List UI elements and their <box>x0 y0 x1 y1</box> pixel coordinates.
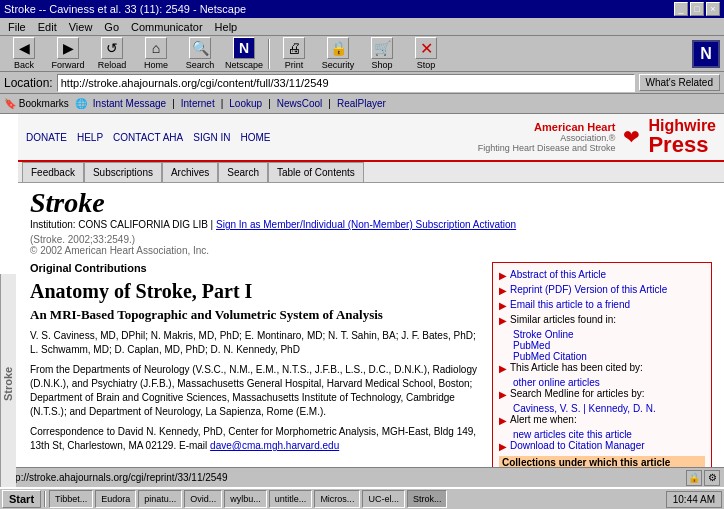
copyright: © 2002 American Heart Association, Inc. <box>30 245 209 256</box>
feedback-btn[interactable]: Feedback <box>22 162 84 182</box>
location-icon: 🌐 <box>75 98 87 109</box>
back-button[interactable]: ◀ Back <box>4 35 44 72</box>
security-button[interactable]: 🔒 Security <box>318 35 358 72</box>
citation-manager-link[interactable]: Download to Citation Manager <box>510 440 645 451</box>
cited-sub: other online articles <box>499 377 705 388</box>
bullet-11: ▶ <box>499 415 507 426</box>
taskbar-item-0[interactable]: Tibbet... <box>49 490 93 508</box>
window-controls[interactable]: _ □ × <box>674 2 720 16</box>
alert-label: Alert me when: <box>510 414 577 425</box>
search-button[interactable]: 🔍 Search <box>180 35 220 72</box>
taskbar-item-3[interactable]: Ovid... <box>184 490 222 508</box>
highwire-press: Highwire Press <box>648 118 716 156</box>
start-button[interactable]: Start <box>2 490 41 508</box>
menu-go[interactable]: Go <box>98 20 125 34</box>
new-articles-link[interactable]: new articles cite this article <box>513 429 632 440</box>
toolbar-divider3: | <box>268 98 271 109</box>
instant-message-link[interactable]: Instant Message <box>93 98 166 109</box>
authors-medline-link[interactable]: Caviness, V. S. | Kennedy, D. N. <box>513 403 656 414</box>
stop-icon: ✕ <box>415 37 437 59</box>
link-item-3: ▶ Similar articles found in: <box>499 314 705 326</box>
stroke-online-link[interactable]: Stroke Online <box>513 329 574 340</box>
location-input[interactable] <box>57 74 635 92</box>
main-wrapper: Stroke DONATE HELP CONTACT AHA SIGN IN H… <box>0 114 724 487</box>
email-link[interactable]: Email this article to a friend <box>510 299 630 310</box>
bullet-0: ▶ <box>499 270 507 281</box>
status-icons: 🔒 ⚙ <box>686 470 720 486</box>
heart-icon: ❤ <box>623 125 640 149</box>
maximize-button[interactable]: □ <box>690 2 704 16</box>
menu-edit[interactable]: Edit <box>32 20 63 34</box>
stop-button[interactable]: ✕ Stop <box>406 35 446 72</box>
link-item-9: ▶ Search Medline for articles by: <box>499 388 705 400</box>
status-icon-1: 🔒 <box>686 470 702 486</box>
taskbar-item-1[interactable]: Eudora <box>95 490 136 508</box>
taskbar: Start Tibbet... Eudora pinatu... Ovid...… <box>0 487 724 509</box>
correspondence-email[interactable]: dave@cma.mgh.harvard.edu <box>210 440 339 451</box>
shop-button[interactable]: 🛒 Shop <box>362 35 402 72</box>
internet-link[interactable]: Internet <box>181 98 215 109</box>
whats-related-button[interactable]: What's Related <box>639 74 721 91</box>
link-item-1: ▶ Reprint (PDF) Version of this Article <box>499 284 705 296</box>
window-title: Stroke -- Caviness et al. 33 (11): 2549 … <box>4 3 246 15</box>
help-link[interactable]: HELP <box>77 132 103 143</box>
cited-label: This Article has been cited by: <box>510 362 643 373</box>
content-area: DONATE HELP CONTACT AHA SIGN IN HOME Ame… <box>0 114 724 467</box>
toolbar-divider1: | <box>172 98 175 109</box>
pubmed-citation-link[interactable]: PubMed Citation <box>513 351 587 362</box>
taskbar-item-8[interactable]: Strok... <box>407 490 448 508</box>
abstract-link[interactable]: Abstract of this Article <box>510 269 606 280</box>
alert-sub: new articles cite this article <box>499 429 705 440</box>
donate-link[interactable]: DONATE <box>26 132 67 143</box>
home-link[interactable]: HOME <box>241 132 271 143</box>
institution-line: Institution: CONS CALIFORNIA DIG LIB | S… <box>30 219 712 230</box>
article-main-title: Anatomy of Stroke, Part I <box>30 280 482 303</box>
lookup-link[interactable]: Lookup <box>229 98 262 109</box>
menu-communicator[interactable]: Communicator <box>125 20 209 34</box>
toc-btn[interactable]: Table of Contents <box>268 162 364 182</box>
right-panel: ▶ Abstract of this Article ▶ Reprint (PD… <box>492 262 712 467</box>
stroke-sidebar-label: Stroke <box>0 274 16 494</box>
institution-link[interactable]: Sign In as Member/Individual (Non-Member… <box>216 219 516 230</box>
bookmarks-label[interactable]: 🔖 Bookmarks <box>4 98 69 109</box>
home-button[interactable]: ⌂ Home <box>136 35 176 72</box>
window-titlebar: Stroke -- Caviness et al. 33 (11): 2549 … <box>0 0 724 18</box>
pdf-link[interactable]: Reprint (PDF) Version of this Article <box>510 284 667 295</box>
pubmed-link[interactable]: PubMed <box>513 340 550 351</box>
status-url: http://stroke.ahajournals.org/cgi/reprin… <box>4 472 682 483</box>
affiliation: From the Departments of Neurology (V.S.C… <box>30 363 482 419</box>
other-online-link[interactable]: other online articles <box>513 377 600 388</box>
netscape-logo: N <box>692 40 720 68</box>
toolbar-divider2: | <box>221 98 224 109</box>
security-icon: 🔒 <box>327 37 349 59</box>
taskbar-item-5[interactable]: untitle... <box>269 490 313 508</box>
aha-tagline: Fighting Heart Disease and Stroke <box>478 143 616 153</box>
taskbar-item-4[interactable]: wylbu... <box>224 490 267 508</box>
taskbar-item-7[interactable]: UC-el... <box>362 490 405 508</box>
subscriptions-btn[interactable]: Subscriptions <box>84 162 162 182</box>
netscape-button[interactable]: N Netscape <box>224 35 264 72</box>
reload-button[interactable]: ↺ Reload <box>92 35 132 72</box>
contact-link[interactable]: CONTACT AHA <box>113 132 183 143</box>
menu-file[interactable]: File <box>2 20 32 34</box>
collections-header: Collections under which this article app… <box>499 456 705 467</box>
forward-button[interactable]: ▶ Forward <box>48 35 88 72</box>
signin-link[interactable]: SIGN IN <box>193 132 230 143</box>
search-btn[interactable]: Search <box>218 162 268 182</box>
print-button[interactable]: 🖨 Print <box>274 35 314 72</box>
archives-btn[interactable]: Archives <box>162 162 218 182</box>
shop-icon: 🛒 <box>371 37 393 59</box>
toolbar-divider4: | <box>328 98 331 109</box>
taskbar-separator <box>44 491 46 507</box>
newscool-link[interactable]: NewsCool <box>277 98 323 109</box>
close-button[interactable]: × <box>706 2 720 16</box>
search-icon: 🔍 <box>189 37 211 59</box>
menu-help[interactable]: Help <box>209 20 244 34</box>
back-icon: ◀ <box>13 37 35 59</box>
aha-sub: Association.® <box>478 133 616 143</box>
realplayer-link[interactable]: RealPlayer <box>337 98 386 109</box>
taskbar-item-6[interactable]: Micros... <box>314 490 360 508</box>
menu-view[interactable]: View <box>63 20 99 34</box>
minimize-button[interactable]: _ <box>674 2 688 16</box>
taskbar-item-2[interactable]: pinatu... <box>138 490 182 508</box>
